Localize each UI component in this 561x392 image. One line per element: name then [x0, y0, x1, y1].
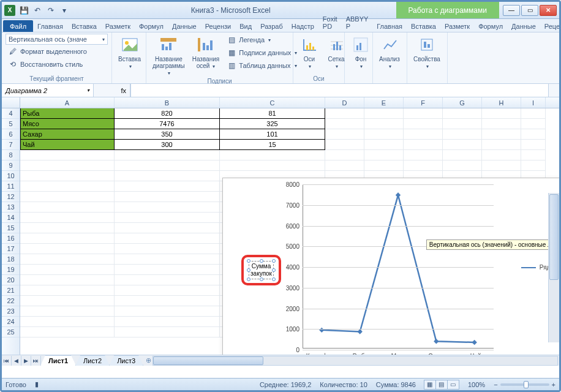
row-head-9[interactable]: 9	[2, 160, 20, 171]
new-sheet-icon[interactable]: ⊕	[146, 356, 151, 364]
row-head-15[interactable]: 15	[2, 223, 20, 233]
tab-Рецензи[interactable]: Рецензи	[201, 20, 236, 32]
cell-A22[interactable]	[20, 296, 115, 306]
view-buttons[interactable]: ▦▤▭	[424, 380, 459, 390]
row-head-10[interactable]: 10	[2, 171, 20, 181]
cell-B25[interactable]	[115, 327, 220, 337]
macro-record-icon[interactable]: ▮	[35, 380, 39, 388]
chart-element-selector[interactable]: Вертикальная ось (значе▾	[6, 34, 108, 45]
tab-Вид[interactable]: Вид	[235, 20, 256, 32]
cell-A18[interactable]	[20, 254, 115, 265]
tab-Рецензи[interactable]: Рецензи	[540, 20, 561, 32]
axes-button[interactable]: Оси▾	[297, 34, 322, 71]
cell-B21[interactable]	[115, 285, 220, 296]
chart-title-button[interactable]: Название диаграммы ▾	[150, 34, 187, 78]
row-head-7[interactable]: 7	[2, 140, 20, 150]
row-head-4[interactable]: 4	[2, 108, 20, 119]
col-head-D[interactable]: D	[325, 97, 364, 108]
cell-B20[interactable]	[115, 275, 220, 285]
cell-G5[interactable]	[443, 119, 482, 129]
select-all-corner[interactable]	[2, 97, 20, 108]
analysis-button[interactable]: Анализ▾	[377, 34, 402, 71]
reset-style-button[interactable]: ⟲Восстановить стиль	[6, 58, 108, 70]
cell-D6[interactable]	[325, 129, 364, 140]
cell-B11[interactable]	[115, 181, 220, 192]
row-head-8[interactable]: 8	[2, 150, 20, 160]
cell-F4[interactable]	[404, 108, 443, 119]
cell-B24[interactable]	[115, 317, 220, 327]
tab-Главная[interactable]: Главная	[33, 20, 67, 32]
row-head-14[interactable]: 14	[2, 213, 20, 223]
sheet-nav[interactable]: ⏮◀▶⏭	[2, 356, 41, 366]
close-button[interactable]: ✕	[540, 5, 557, 16]
cell-C5[interactable]: 325	[220, 119, 325, 129]
redo-icon[interactable]: ↷	[45, 4, 57, 17]
tab-Главная[interactable]: Главная	[372, 20, 407, 32]
cell-B17[interactable]	[115, 244, 220, 254]
col-head-H[interactable]: H	[482, 97, 521, 108]
tab-Надстр[interactable]: Надстр	[287, 20, 318, 32]
maximize-button[interactable]: ▭	[521, 5, 538, 16]
col-head-I[interactable]: I	[521, 97, 546, 108]
cell-A12[interactable]	[20, 192, 115, 202]
cell-A11[interactable]	[20, 181, 115, 192]
chart-series-line[interactable]	[303, 184, 494, 349]
zoom-level[interactable]: 100%	[468, 381, 485, 388]
cell-C4[interactable]: 81	[220, 108, 325, 119]
cell-C6[interactable]: 101	[220, 129, 325, 140]
cell-B23[interactable]	[115, 306, 220, 317]
cell-C8[interactable]	[220, 150, 325, 160]
fx-icon[interactable]: fx	[121, 87, 126, 94]
cell-E9[interactable]	[364, 160, 404, 171]
tab-Вставка[interactable]: Вставка	[407, 20, 440, 32]
cell-B6[interactable]: 350	[115, 129, 220, 140]
cell-F6[interactable]	[404, 129, 443, 140]
cell-H8[interactable]	[482, 150, 521, 160]
row-head-6[interactable]: 6	[2, 129, 20, 140]
cell-C9[interactable]	[220, 160, 325, 171]
cell-A7[interactable]: Чай	[20, 140, 115, 150]
formula-expand-icon[interactable]	[548, 84, 559, 97]
vertical-scrollbar[interactable]	[548, 193, 559, 342]
cell-B22[interactable]	[115, 296, 220, 306]
cell-H5[interactable]	[482, 119, 521, 129]
tab-Вставка[interactable]: Вставка	[67, 20, 101, 32]
cell-E5[interactable]	[364, 119, 404, 129]
qat-dropdown-icon[interactable]: ▾	[58, 4, 70, 17]
sheet-tab-Лист3[interactable]: Лист3	[109, 355, 143, 366]
cell-A23[interactable]	[20, 306, 115, 317]
cell-A13[interactable]	[20, 202, 115, 213]
cell-A10[interactable]	[20, 171, 115, 181]
cell-A19[interactable]	[20, 265, 115, 275]
cell-A9[interactable]	[20, 160, 115, 171]
col-head-C[interactable]: C	[220, 97, 325, 108]
sheet-tab-Лист1[interactable]: Лист1	[40, 355, 76, 366]
tab-Разраб[interactable]: Разраб	[256, 20, 287, 32]
cell-H9[interactable]	[482, 160, 521, 171]
background-button[interactable]: Фон▾	[348, 34, 373, 71]
cell-H7[interactable]	[482, 140, 521, 150]
cell-A14[interactable]	[20, 213, 115, 223]
row-head-23[interactable]: 23	[2, 306, 20, 317]
cell-B9[interactable]	[115, 160, 220, 171]
sheet-tab-Лист2[interactable]: Лист2	[75, 355, 110, 366]
cell-A21[interactable]	[20, 285, 115, 296]
tab-Формул[interactable]: Формул	[135, 20, 168, 32]
col-head-B[interactable]: B	[115, 97, 220, 108]
worksheet-grid[interactable]: ABCDEFGHI 456789101112131415161718192021…	[2, 97, 559, 366]
cell-A8[interactable]	[20, 150, 115, 160]
row-head-20[interactable]: 20	[2, 275, 20, 285]
undo-icon[interactable]: ↶	[31, 4, 43, 17]
cell-D9[interactable]	[325, 160, 364, 171]
cell-D4[interactable]	[325, 108, 364, 119]
formula-input[interactable]	[130, 84, 548, 97]
cell-I6[interactable]	[521, 129, 546, 140]
row-head-19[interactable]: 19	[2, 265, 20, 275]
name-box[interactable]: Диаграмма 2▾	[2, 84, 94, 97]
cell-A25[interactable]	[20, 327, 115, 337]
row-head-24[interactable]: 24	[2, 317, 20, 327]
insert-button[interactable]: Вставка▾	[116, 34, 143, 71]
row-head-16[interactable]: 16	[2, 233, 20, 244]
cell-B14[interactable]	[115, 213, 220, 223]
cell-C7[interactable]: 15	[220, 140, 325, 150]
